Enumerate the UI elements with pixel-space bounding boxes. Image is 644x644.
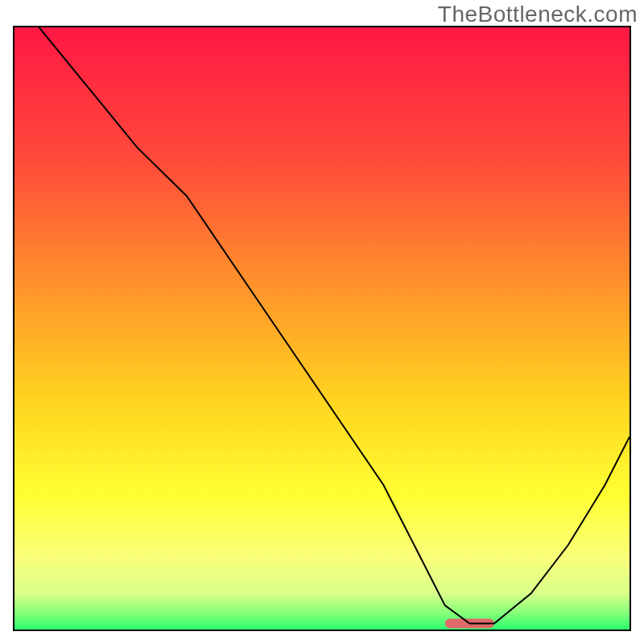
gradient-rect	[14, 27, 630, 630]
chart-container: TheBottleneck.com	[0, 0, 644, 644]
chart-svg	[14, 27, 630, 630]
plot-area	[13, 26, 631, 631]
watermark-text: TheBottleneck.com	[438, 2, 638, 27]
